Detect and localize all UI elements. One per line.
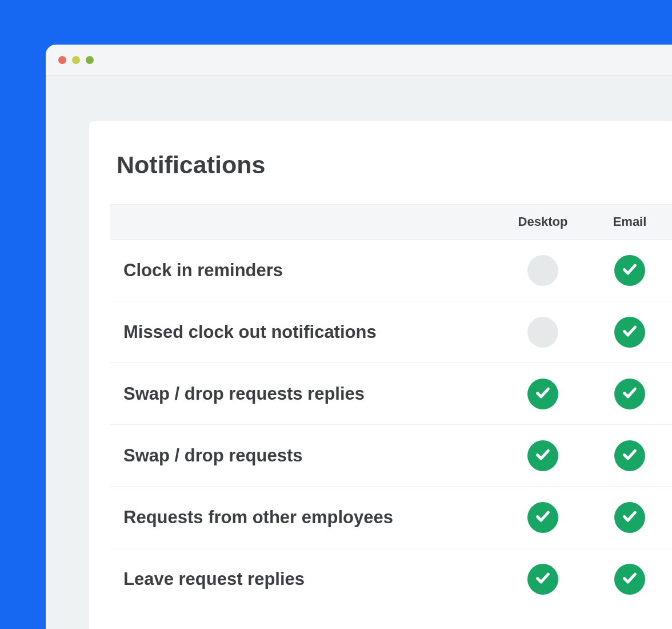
toggle-email-0[interactable] — [614, 255, 645, 286]
window-close-button[interactable] — [58, 56, 66, 64]
notification-row: Requests from other employees — [110, 487, 672, 548]
cell-desktop — [498, 440, 587, 471]
toggle-email-3[interactable] — [614, 440, 645, 471]
check-icon — [621, 384, 638, 404]
notification-row: Leave request replies — [110, 548, 672, 610]
notification-label: Requests from other employees — [110, 507, 498, 528]
window-titlebar — [46, 45, 672, 75]
window-minimize-button[interactable] — [72, 56, 80, 64]
cell-desktop — [498, 502, 587, 533]
check-icon — [621, 570, 638, 589]
check-icon — [621, 261, 638, 280]
window-body: Notifications Desktop Email Clock in rem… — [46, 75, 672, 629]
cell-desktop — [498, 255, 587, 286]
check-icon — [621, 323, 638, 342]
notification-label: Missed clock out notifications — [110, 322, 498, 343]
cell-email — [587, 502, 672, 533]
notifications-card: Notifications Desktop Email Clock in rem… — [89, 121, 672, 629]
notification-row: Missed clock out notifications — [110, 301, 672, 363]
check-icon — [621, 508, 638, 527]
toggle-desktop-2[interactable] — [527, 379, 558, 409]
cell-desktop — [498, 379, 587, 409]
app-window: Notifications Desktop Email Clock in rem… — [46, 45, 672, 629]
check-icon — [621, 446, 638, 465]
toggle-desktop-5[interactable] — [527, 564, 558, 595]
cell-desktop — [498, 317, 587, 348]
notifications-table-header: Desktop Email — [110, 204, 672, 240]
notification-row: Clock in reminders — [110, 240, 672, 301]
check-icon — [534, 384, 551, 404]
column-header-desktop: Desktop — [498, 214, 587, 229]
cell-email — [587, 379, 672, 409]
toggle-desktop-3[interactable] — [527, 440, 558, 471]
cell-email — [587, 440, 672, 471]
toggle-email-2[interactable] — [614, 379, 645, 409]
check-icon — [534, 508, 551, 527]
toggle-email-1[interactable] — [614, 317, 645, 348]
cell-email — [587, 317, 672, 348]
toggle-desktop-0[interactable] — [527, 255, 558, 286]
cell-desktop — [498, 564, 587, 595]
window-maximize-button[interactable] — [86, 56, 94, 64]
notification-row: Swap / drop requests replies — [110, 363, 672, 425]
toggle-email-4[interactable] — [614, 502, 645, 533]
notification-label: Leave request replies — [110, 569, 498, 590]
check-icon — [534, 570, 551, 589]
notification-label: Swap / drop requests replies — [110, 384, 498, 404]
notifications-rows: Clock in remindersMissed clock out notif… — [89, 240, 672, 610]
notification-row: Swap / drop requests — [110, 425, 672, 487]
page-title: Notifications — [89, 151, 672, 204]
column-header-email: Email — [587, 214, 672, 229]
toggle-desktop-1[interactable] — [527, 317, 558, 348]
cell-email — [587, 564, 672, 595]
cell-email — [587, 255, 672, 286]
toggle-email-5[interactable] — [614, 564, 645, 595]
notification-label: Clock in reminders — [110, 260, 498, 281]
notification-label: Swap / drop requests — [110, 445, 498, 466]
toggle-desktop-4[interactable] — [527, 502, 558, 533]
check-icon — [534, 446, 551, 465]
